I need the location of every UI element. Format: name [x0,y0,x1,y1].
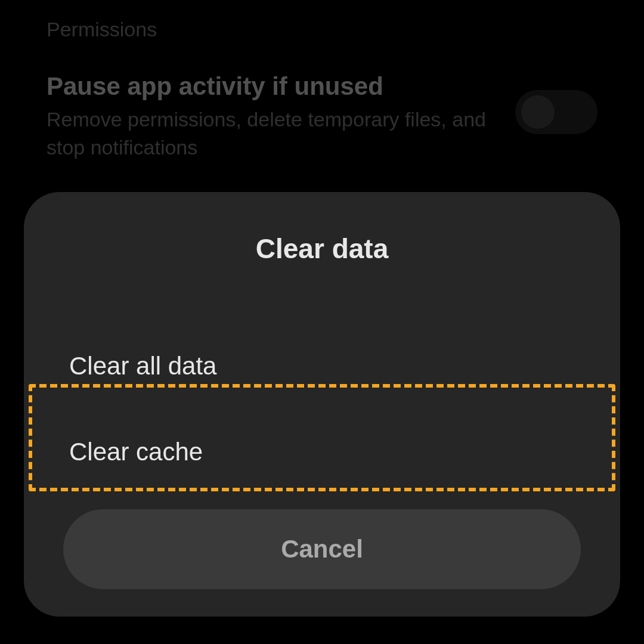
pause-activity-description: Remove permissions, delete temporary fil… [47,106,503,162]
clear-all-data-option[interactable]: Clear all data [24,323,620,409]
pause-activity-title: Pause app activity if unused [47,72,503,101]
clear-cache-option[interactable]: Clear cache [24,409,620,495]
background-settings: Permissions Pause app activity if unused… [0,0,644,179]
permissions-section-label: Permissions [47,18,597,41]
cancel-button[interactable]: Cancel [63,509,581,589]
setting-text-group: Pause app activity if unused Remove perm… [47,72,503,162]
pause-activity-toggle[interactable] [515,90,597,134]
pause-activity-setting: Pause app activity if unused Remove perm… [47,72,597,162]
clear-data-dialog: Clear data Clear all data Clear cache Ca… [24,192,620,617]
dialog-title: Clear data [24,233,620,265]
